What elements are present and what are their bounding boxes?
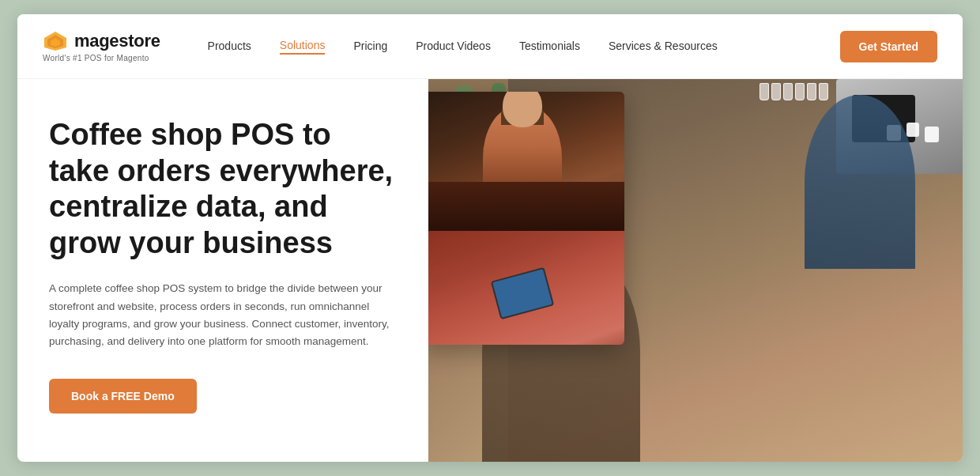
logo-part1: mage [74, 31, 119, 51]
glass-6 [819, 83, 828, 100]
nav-services-resources[interactable]: Services & Resources [609, 40, 718, 54]
tablet-screen [492, 269, 552, 318]
hero-title: Coffee shop POS to take orders everywher… [49, 117, 397, 261]
glass-3 [783, 83, 793, 100]
header: magestore World's #1 POS for Magento Pro… [17, 14, 963, 79]
barista-overhead [805, 95, 915, 269]
book-demo-button[interactable]: Book a FREE Demo [49, 379, 197, 414]
glasses-row [760, 83, 828, 100]
main-nav: Products Solutions Pricing Product Video… [208, 39, 840, 55]
hero-description: A complete coffee shop POS system to bri… [49, 280, 397, 350]
logo-part2: store [119, 31, 160, 51]
counter-surface [428, 182, 624, 231]
nav-product-videos[interactable]: Product Videos [416, 40, 491, 54]
nav-testimonials[interactable]: Testimonials [519, 40, 580, 54]
cup-1 [925, 127, 939, 142]
nav-pricing[interactable]: Pricing [353, 40, 387, 54]
hero-text-section: Coffee shop POS to take orders everywher… [17, 79, 428, 462]
overlay-bottom [428, 231, 624, 345]
foreground-image-card [428, 92, 624, 345]
logo-area: magestore World's #1 POS for Magento [43, 30, 160, 62]
logo-tagline: World's #1 POS for Magento [43, 54, 149, 62]
nav-products[interactable]: Products [208, 40, 251, 54]
main-content: Coffee shop POS to take orders everywher… [17, 79, 963, 462]
glass-5 [807, 83, 816, 100]
magestore-logo-icon [43, 30, 68, 52]
glass-2 [771, 83, 781, 100]
overlay-top [428, 92, 624, 231]
page-container: magestore World's #1 POS for Magento Pro… [17, 14, 963, 462]
hero-image-section [428, 79, 963, 462]
person-head [503, 92, 542, 127]
nav-solutions[interactable]: Solutions [280, 39, 326, 55]
cup-2 [906, 123, 919, 137]
logo-text: magestore [74, 31, 160, 51]
tablet-device [491, 267, 555, 319]
glass-1 [760, 83, 769, 100]
logo-row: magestore [43, 30, 160, 52]
get-started-button[interactable]: Get Started [840, 31, 937, 62]
glass-4 [795, 83, 805, 100]
